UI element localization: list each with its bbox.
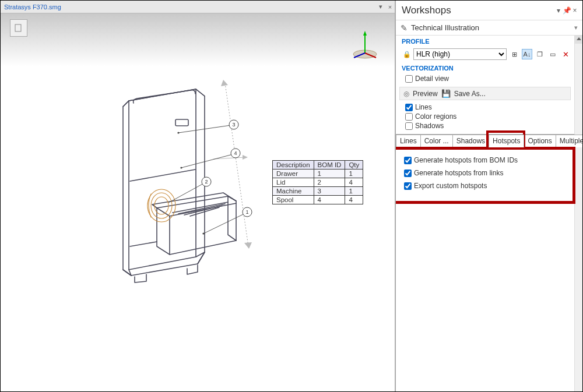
table-row: Spool44 — [273, 196, 363, 204]
save-icon: 💾 — [441, 89, 451, 98]
svg-text:1: 1 — [245, 209, 248, 215]
svg-point-28 — [180, 167, 182, 168]
document-tab[interactable]: Stratasys F370.smg — [4, 3, 61, 10]
vectorization-tabstrip: LinesColor ...ShadowsHotspotsOptionsMult… — [396, 134, 574, 148]
tab-shadows[interactable]: Shadows — [452, 135, 489, 147]
main-area: Stratasys F370.smg ▾ × — [1, 1, 395, 391]
tab-close-icon[interactable]: × — [385, 3, 395, 10]
hotspots-bom-checkbox[interactable]: Generate hotspots from BOM IDs — [402, 154, 568, 167]
tab-multiple[interactable]: Multiple — [556, 135, 582, 147]
svg-marker-12 — [244, 242, 252, 249]
svg-point-9 — [154, 197, 168, 214]
bom-header: Description — [273, 161, 314, 169]
view-thumbnail[interactable] — [10, 19, 27, 37]
svg-text:4: 4 — [234, 150, 237, 156]
svg-point-29 — [202, 232, 204, 234]
save-as-button[interactable]: Save As... — [454, 90, 486, 98]
svg-marker-11 — [221, 80, 228, 86]
axis-triad[interactable] — [349, 30, 381, 61]
shadows-checkbox[interactable]: Shadows — [402, 121, 571, 130]
toolbar-button[interactable]: ▭ — [547, 49, 558, 59]
tab-color[interactable]: Color ... — [420, 135, 453, 147]
workshops-panel: Workshops ▾ 📌 × ✎ Technical Illustration… — [395, 1, 582, 391]
panel-pin-icon[interactable]: 📌 — [563, 6, 571, 15]
panel-scrollbar[interactable] — [574, 36, 582, 391]
collapse-icon[interactable]: ▾ — [574, 24, 578, 31]
hotspots-tab-content: Generate hotspots from BOM IDs Generate … — [396, 148, 574, 210]
lock-icon: 🔒 — [403, 51, 411, 58]
panel-close-icon[interactable]: × — [571, 6, 579, 15]
hotspots-links-checkbox[interactable]: Generate hotspots from links — [402, 167, 568, 179]
svg-line-24 — [203, 214, 244, 234]
svg-marker-14 — [243, 155, 248, 160]
toolbar-button[interactable]: ❐ — [535, 49, 545, 59]
panel-subheader[interactable]: ✎ Technical Illustration ▾ — [396, 20, 582, 36]
tab-hotspots[interactable]: Hotspots — [489, 135, 524, 147]
svg-text:2: 2 — [205, 179, 208, 185]
bom-header: Qty — [345, 161, 363, 169]
svg-rect-0 — [15, 24, 21, 31]
tab-dropdown-icon[interactable]: ▾ — [376, 3, 385, 10]
table-row: Machine31 — [273, 187, 363, 196]
table-row: Lid24 — [273, 178, 363, 187]
toolbar-delete-icon[interactable]: ✕ — [560, 49, 571, 59]
table-row: Drawer11 — [273, 169, 363, 178]
document-tab-bar: Stratasys F370.smg ▾ × — [1, 1, 395, 13]
panel-title: Workshops — [402, 5, 451, 16]
svg-line-18 — [181, 154, 233, 168]
tab-lines[interactable]: Lines — [396, 135, 421, 147]
viewport[interactable]: 3 4 2 1 Description BOM ID Qty — [1, 13, 395, 391]
panel-subtitle: Technical Illustration — [411, 23, 479, 32]
hotspots-custom-checkbox[interactable]: Export custom hotspots — [402, 179, 568, 192]
panel-header: Workshops ▾ 📌 × — [396, 1, 582, 20]
preview-icon: ◎ — [403, 90, 409, 98]
preview-button[interactable]: Preview — [413, 90, 438, 98]
svg-text:3: 3 — [232, 122, 235, 128]
model-illustration: 3 4 2 1 — [88, 72, 286, 322]
tab-options[interactable]: Options — [524, 135, 556, 147]
illustration-icon: ✎ — [401, 23, 408, 33]
lines-checkbox[interactable]: Lines — [402, 103, 571, 112]
color-regions-checkbox[interactable]: Color regions — [402, 112, 571, 121]
toolbar-button-sort[interactable]: A↓ — [522, 49, 532, 59]
profile-row: 🔒 HLR (high) ⊞ A↓ ❐ ▭ ✕ — [396, 47, 574, 62]
profile-select[interactable]: HLR (high) — [413, 48, 507, 60]
svg-marker-3 — [363, 31, 367, 36]
svg-line-21 — [168, 183, 203, 203]
toolbar-button[interactable]: ⊞ — [509, 49, 519, 59]
svg-line-10 — [225, 83, 248, 246]
svg-point-27 — [177, 132, 179, 133]
vectorization-heading: VECTORIZATION — [396, 62, 574, 74]
svg-rect-6 — [175, 119, 188, 126]
detail-view-checkbox[interactable]: Detail view — [402, 74, 571, 83]
profile-heading: PROFILE — [396, 36, 574, 47]
panel-dropdown-icon[interactable]: ▾ — [554, 6, 563, 15]
bom-table: Description BOM ID Qty Drawer11Lid24Mach… — [272, 160, 363, 204]
action-row: ◎ Preview 💾 Save As... — [399, 87, 571, 100]
bom-header: BOM ID — [314, 161, 345, 169]
